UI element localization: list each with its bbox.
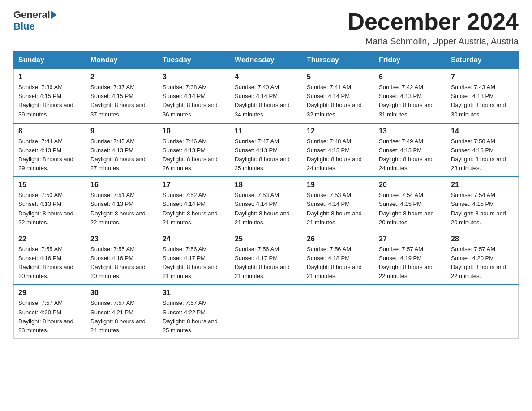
calendar-week-row: 15Sunrise: 7:50 AMSunset: 4:13 PMDayligh… bbox=[14, 177, 519, 231]
calendar-cell: 2Sunrise: 7:37 AMSunset: 4:15 PMDaylight… bbox=[86, 69, 158, 123]
calendar-table: SundayMondayTuesdayWednesdayThursdayFrid… bbox=[13, 51, 519, 339]
day-info: Sunrise: 7:46 AMSunset: 4:13 PMDaylight:… bbox=[163, 137, 225, 173]
calendar-week-row: 22Sunrise: 7:55 AMSunset: 4:16 PMDayligh… bbox=[14, 231, 519, 285]
calendar-cell: 5Sunrise: 7:41 AMSunset: 4:14 PMDaylight… bbox=[302, 69, 374, 123]
day-info: Sunrise: 7:50 AMSunset: 4:13 PMDaylight:… bbox=[18, 191, 81, 227]
calendar-cell: 23Sunrise: 7:55 AMSunset: 4:16 PMDayligh… bbox=[86, 231, 158, 285]
day-info: Sunrise: 7:57 AMSunset: 4:22 PMDaylight:… bbox=[163, 299, 225, 335]
calendar-cell: 17Sunrise: 7:52 AMSunset: 4:14 PMDayligh… bbox=[158, 177, 230, 231]
day-info: Sunrise: 7:54 AMSunset: 4:15 PMDaylight:… bbox=[451, 191, 514, 227]
weekday-header-tuesday: Tuesday bbox=[158, 51, 230, 69]
calendar-cell: 11Sunrise: 7:47 AMSunset: 4:13 PMDayligh… bbox=[230, 123, 302, 177]
day-info: Sunrise: 7:47 AMSunset: 4:13 PMDaylight:… bbox=[235, 137, 297, 173]
calendar-cell: 25Sunrise: 7:56 AMSunset: 4:17 PMDayligh… bbox=[230, 231, 302, 285]
day-info: Sunrise: 7:57 AMSunset: 4:19 PMDaylight:… bbox=[379, 245, 442, 281]
day-number: 20 bbox=[379, 181, 442, 189]
day-number: 31 bbox=[163, 289, 225, 297]
day-number: 8 bbox=[18, 127, 81, 135]
calendar-week-row: 1Sunrise: 7:36 AMSunset: 4:15 PMDaylight… bbox=[14, 69, 519, 123]
calendar-cell: 21Sunrise: 7:54 AMSunset: 4:15 PMDayligh… bbox=[446, 177, 519, 231]
day-number: 7 bbox=[451, 73, 514, 81]
calendar-cell: 27Sunrise: 7:57 AMSunset: 4:19 PMDayligh… bbox=[374, 231, 446, 285]
day-number: 6 bbox=[379, 73, 442, 81]
calendar-cell: 7Sunrise: 7:43 AMSunset: 4:13 PMDaylight… bbox=[446, 69, 519, 123]
calendar-cell bbox=[374, 285, 446, 338]
day-info: Sunrise: 7:57 AMSunset: 4:20 PMDaylight:… bbox=[18, 299, 81, 335]
day-info: Sunrise: 7:49 AMSunset: 4:13 PMDaylight:… bbox=[379, 137, 442, 173]
day-number: 30 bbox=[90, 289, 153, 297]
day-info: Sunrise: 7:42 AMSunset: 4:13 PMDaylight:… bbox=[379, 83, 442, 119]
calendar-cell: 8Sunrise: 7:44 AMSunset: 4:13 PMDaylight… bbox=[14, 123, 86, 177]
day-info: Sunrise: 7:57 AMSunset: 4:21 PMDaylight:… bbox=[90, 299, 153, 335]
logo-arrow-icon bbox=[51, 10, 56, 19]
day-info: Sunrise: 7:45 AMSunset: 4:13 PMDaylight:… bbox=[90, 137, 153, 173]
day-info: Sunrise: 7:36 AMSunset: 4:15 PMDaylight:… bbox=[18, 83, 81, 119]
day-number: 28 bbox=[451, 235, 514, 243]
weekday-header-saturday: Saturday bbox=[446, 51, 519, 69]
day-info: Sunrise: 7:40 AMSunset: 4:14 PMDaylight:… bbox=[235, 83, 297, 119]
calendar-cell bbox=[446, 285, 519, 338]
day-number: 3 bbox=[163, 73, 225, 81]
day-info: Sunrise: 7:54 AMSunset: 4:15 PMDaylight:… bbox=[379, 191, 442, 227]
day-info: Sunrise: 7:41 AMSunset: 4:14 PMDaylight:… bbox=[307, 83, 369, 119]
calendar-cell: 20Sunrise: 7:54 AMSunset: 4:15 PMDayligh… bbox=[374, 177, 446, 231]
day-number: 23 bbox=[90, 235, 153, 243]
calendar-cell: 4Sunrise: 7:40 AMSunset: 4:14 PMDaylight… bbox=[230, 69, 302, 123]
day-info: Sunrise: 7:53 AMSunset: 4:14 PMDaylight:… bbox=[235, 191, 297, 227]
calendar-cell: 24Sunrise: 7:56 AMSunset: 4:17 PMDayligh… bbox=[158, 231, 230, 285]
calendar-week-row: 8Sunrise: 7:44 AMSunset: 4:13 PMDaylight… bbox=[14, 123, 519, 177]
calendar-cell: 16Sunrise: 7:51 AMSunset: 4:13 PMDayligh… bbox=[86, 177, 158, 231]
weekday-header-sunday: Sunday bbox=[14, 51, 86, 69]
calendar-cell: 12Sunrise: 7:48 AMSunset: 4:13 PMDayligh… bbox=[302, 123, 374, 177]
day-info: Sunrise: 7:37 AMSunset: 4:15 PMDaylight:… bbox=[90, 83, 153, 119]
calendar-cell: 3Sunrise: 7:38 AMSunset: 4:14 PMDaylight… bbox=[158, 69, 230, 123]
calendar-cell: 26Sunrise: 7:56 AMSunset: 4:18 PMDayligh… bbox=[302, 231, 374, 285]
day-number: 10 bbox=[163, 127, 225, 135]
day-info: Sunrise: 7:55 AMSunset: 4:16 PMDaylight:… bbox=[90, 245, 153, 281]
calendar-cell: 6Sunrise: 7:42 AMSunset: 4:13 PMDaylight… bbox=[374, 69, 446, 123]
weekday-header-wednesday: Wednesday bbox=[230, 51, 302, 69]
calendar-cell bbox=[230, 285, 302, 338]
day-number: 22 bbox=[18, 235, 81, 243]
day-info: Sunrise: 7:52 AMSunset: 4:14 PMDaylight:… bbox=[163, 191, 225, 227]
calendar-cell: 13Sunrise: 7:49 AMSunset: 4:13 PMDayligh… bbox=[374, 123, 446, 177]
calendar-cell: 19Sunrise: 7:53 AMSunset: 4:14 PMDayligh… bbox=[302, 177, 374, 231]
day-number: 4 bbox=[235, 73, 297, 81]
day-info: Sunrise: 7:38 AMSunset: 4:14 PMDaylight:… bbox=[163, 83, 225, 119]
weekday-header-monday: Monday bbox=[86, 51, 158, 69]
day-number: 13 bbox=[379, 127, 442, 135]
day-info: Sunrise: 7:48 AMSunset: 4:13 PMDaylight:… bbox=[307, 137, 369, 173]
day-info: Sunrise: 7:43 AMSunset: 4:13 PMDaylight:… bbox=[451, 83, 514, 119]
calendar-cell: 1Sunrise: 7:36 AMSunset: 4:15 PMDaylight… bbox=[14, 69, 86, 123]
calendar-cell: 15Sunrise: 7:50 AMSunset: 4:13 PMDayligh… bbox=[14, 177, 86, 231]
calendar-week-row: 29Sunrise: 7:57 AMSunset: 4:20 PMDayligh… bbox=[14, 285, 519, 338]
day-number: 1 bbox=[18, 73, 81, 81]
day-number: 14 bbox=[451, 127, 514, 135]
weekday-header-thursday: Thursday bbox=[302, 51, 374, 69]
calendar-cell: 28Sunrise: 7:57 AMSunset: 4:20 PMDayligh… bbox=[446, 231, 519, 285]
day-number: 19 bbox=[307, 181, 369, 189]
day-info: Sunrise: 7:57 AMSunset: 4:20 PMDaylight:… bbox=[451, 245, 514, 281]
day-number: 21 bbox=[451, 181, 514, 189]
day-info: Sunrise: 7:50 AMSunset: 4:13 PMDaylight:… bbox=[451, 137, 514, 173]
logo-blue-text: Blue bbox=[13, 21, 35, 32]
day-info: Sunrise: 7:55 AMSunset: 4:16 PMDaylight:… bbox=[18, 245, 81, 281]
day-number: 27 bbox=[379, 235, 442, 243]
weekday-header-friday: Friday bbox=[374, 51, 446, 69]
day-number: 25 bbox=[235, 235, 297, 243]
page-header: General Blue December 2024 Maria Schmoll… bbox=[13, 9, 519, 47]
day-info: Sunrise: 7:56 AMSunset: 4:18 PMDaylight:… bbox=[307, 245, 369, 281]
calendar-cell: 22Sunrise: 7:55 AMSunset: 4:16 PMDayligh… bbox=[14, 231, 86, 285]
calendar-cell: 29Sunrise: 7:57 AMSunset: 4:20 PMDayligh… bbox=[14, 285, 86, 338]
day-number: 26 bbox=[307, 235, 369, 243]
calendar-cell: 10Sunrise: 7:46 AMSunset: 4:13 PMDayligh… bbox=[158, 123, 230, 177]
day-number: 18 bbox=[235, 181, 297, 189]
logo-general-text: General bbox=[13, 9, 50, 21]
day-info: Sunrise: 7:53 AMSunset: 4:14 PMDaylight:… bbox=[307, 191, 369, 227]
calendar-cell: 18Sunrise: 7:53 AMSunset: 4:14 PMDayligh… bbox=[230, 177, 302, 231]
day-number: 29 bbox=[18, 289, 81, 297]
title-section: December 2024 Maria Schmolln, Upper Aust… bbox=[348, 9, 519, 47]
day-info: Sunrise: 7:56 AMSunset: 4:17 PMDaylight:… bbox=[163, 245, 225, 281]
logo: General Blue bbox=[13, 9, 57, 32]
calendar-cell: 9Sunrise: 7:45 AMSunset: 4:13 PMDaylight… bbox=[86, 123, 158, 177]
